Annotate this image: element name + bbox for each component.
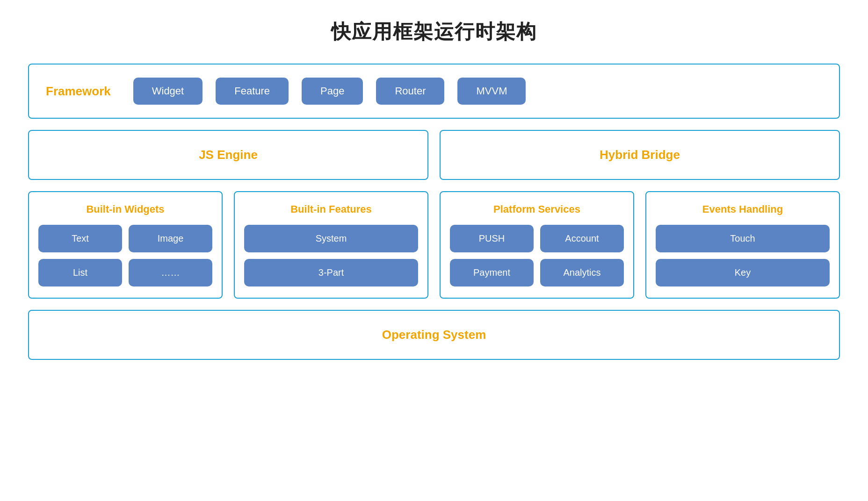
key-button[interactable]: Key: [656, 259, 830, 286]
bottom-row: Built-in Widgets Text Image List …… Buil…: [28, 191, 840, 299]
middle-row: JS Engine Hybrid Bridge: [28, 130, 840, 180]
router-button[interactable]: Router: [376, 78, 444, 105]
builtin-widgets-section: Built-in Widgets Text Image List ……: [28, 191, 223, 299]
image-button[interactable]: Image: [129, 225, 212, 252]
threepart-button[interactable]: 3-Part: [244, 259, 418, 286]
more-button[interactable]: ……: [129, 259, 212, 286]
platform-services-section: Platform Services PUSH Account Payment A…: [440, 191, 634, 299]
events-handling-section: Events Handling Touch Key: [645, 191, 840, 299]
feature-button[interactable]: Feature: [216, 78, 289, 105]
hybrid-bridge-label: Hybrid Bridge: [600, 148, 680, 162]
builtin-widgets-label: Built-in Widgets: [38, 203, 212, 215]
analytics-button[interactable]: Analytics: [540, 259, 624, 286]
framework-row: Framework Widget Feature Page Router MVV…: [46, 78, 822, 105]
system-button[interactable]: System: [244, 225, 418, 252]
widget-button[interactable]: Widget: [133, 78, 203, 105]
page-container: 快应用框架运行时架构 Framework Widget Feature Page…: [28, 19, 840, 360]
mvvm-button[interactable]: MVVM: [457, 78, 526, 105]
js-engine-label: JS Engine: [199, 148, 258, 162]
payment-button[interactable]: Payment: [450, 259, 534, 286]
builtin-features-list: System 3-Part: [244, 225, 418, 286]
page-button[interactable]: Page: [302, 78, 363, 105]
os-section: Operating System: [28, 310, 840, 360]
builtin-features-label: Built-in Features: [244, 203, 418, 215]
page-title: 快应用框架运行时架构: [28, 19, 840, 45]
events-handling-list: Touch Key: [656, 225, 830, 286]
builtin-features-section: Built-in Features System 3-Part: [234, 191, 428, 299]
builtin-widgets-grid: Text Image List ……: [38, 225, 212, 286]
framework-label: Framework: [46, 84, 111, 99]
touch-button[interactable]: Touch: [656, 225, 830, 252]
platform-services-label: Platform Services: [450, 203, 624, 215]
hybrid-bridge-section: Hybrid Bridge: [440, 130, 840, 180]
list-button[interactable]: List: [38, 259, 122, 286]
os-label: Operating System: [382, 328, 486, 342]
framework-section: Framework Widget Feature Page Router MVV…: [28, 64, 840, 119]
text-button[interactable]: Text: [38, 225, 122, 252]
account-button[interactable]: Account: [540, 225, 624, 252]
push-button[interactable]: PUSH: [450, 225, 534, 252]
js-engine-section: JS Engine: [28, 130, 428, 180]
platform-services-grid: PUSH Account Payment Analytics: [450, 225, 624, 286]
events-handling-label: Events Handling: [656, 203, 830, 215]
